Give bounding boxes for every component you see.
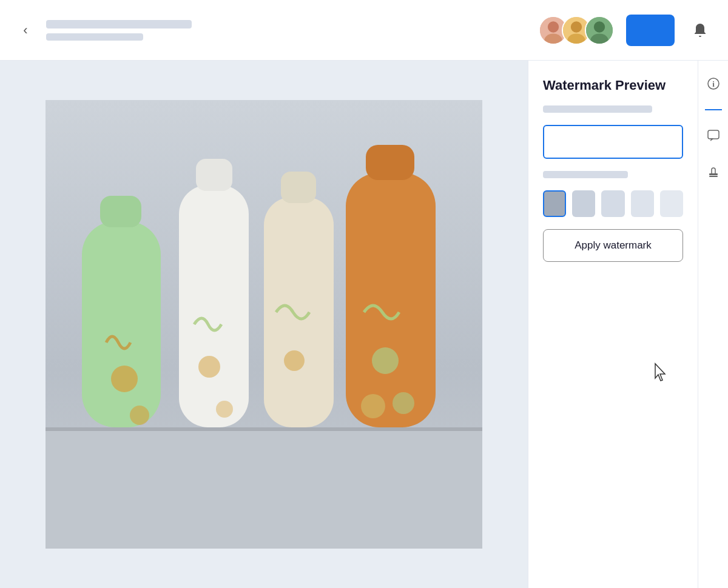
- svg-point-15: [130, 406, 149, 425]
- right-panel: Watermark Preview Apply watermark: [528, 61, 698, 588]
- svg-point-26: [393, 392, 414, 414]
- title-bar-long: [46, 20, 192, 28]
- panel-title: Watermark Preview: [543, 78, 683, 93]
- watermark-text-input[interactable]: [543, 125, 683, 159]
- side-icons-panel: i: [698, 61, 728, 588]
- product-image-container: | Pepo Studio Inc. | Pepo Stu | Pepo Stu…: [46, 100, 482, 549]
- side-divider: [705, 109, 722, 110]
- color-swatch-5[interactable]: [660, 190, 683, 217]
- cta-button[interactable]: [626, 15, 675, 46]
- bell-icon[interactable]: [687, 17, 713, 44]
- svg-point-22: [284, 350, 305, 371]
- comment-icon[interactable]: [703, 125, 724, 147]
- stamp-icon[interactable]: [703, 161, 724, 183]
- svg-rect-11: [46, 427, 482, 431]
- image-panel: | Pepo Studio Inc. | Pepo Stu | Pepo Stu…: [0, 61, 528, 588]
- header-title-block: [46, 20, 192, 41]
- svg-rect-13: [100, 196, 141, 227]
- svg-rect-17: [196, 159, 232, 191]
- color-swatch-1[interactable]: [543, 190, 566, 217]
- header: ‹: [0, 0, 728, 61]
- svg-rect-31: [709, 173, 718, 175]
- svg-point-27: [361, 394, 385, 418]
- info-icon[interactable]: i: [703, 73, 724, 95]
- skeleton-bar-1: [543, 105, 652, 113]
- svg-point-7: [594, 21, 605, 32]
- color-swatch-4[interactable]: [631, 190, 654, 217]
- svg-point-18: [198, 356, 220, 378]
- svg-rect-23: [346, 173, 436, 427]
- svg-point-19: [216, 401, 233, 418]
- header-right: [539, 15, 713, 46]
- main-area: | Pepo Studio Inc. | Pepo Stu | Pepo Stu…: [0, 61, 728, 588]
- avatar-user-3: [585, 16, 614, 45]
- svg-rect-12: [82, 221, 161, 427]
- apply-watermark-button[interactable]: Apply watermark: [543, 229, 683, 262]
- color-swatch-2[interactable]: [572, 190, 595, 217]
- svg-point-4: [571, 21, 582, 32]
- skeleton-bar-2: [543, 171, 628, 178]
- svg-text:i: i: [712, 79, 715, 89]
- svg-rect-10: [46, 427, 482, 549]
- svg-rect-32: [709, 176, 718, 177]
- svg-rect-24: [366, 145, 414, 180]
- title-bar-short: [46, 33, 143, 41]
- color-swatch-3[interactable]: [601, 190, 624, 217]
- svg-point-25: [372, 347, 399, 374]
- svg-rect-16: [179, 185, 249, 427]
- svg-point-14: [111, 366, 138, 392]
- svg-point-1: [548, 21, 559, 32]
- header-left: ‹: [15, 19, 192, 41]
- svg-rect-21: [281, 172, 316, 203]
- avatar-group: [539, 16, 614, 45]
- svg-rect-20: [264, 197, 334, 427]
- svg-rect-30: [708, 130, 719, 139]
- color-swatches: [543, 190, 683, 217]
- back-button[interactable]: ‹: [15, 19, 36, 41]
